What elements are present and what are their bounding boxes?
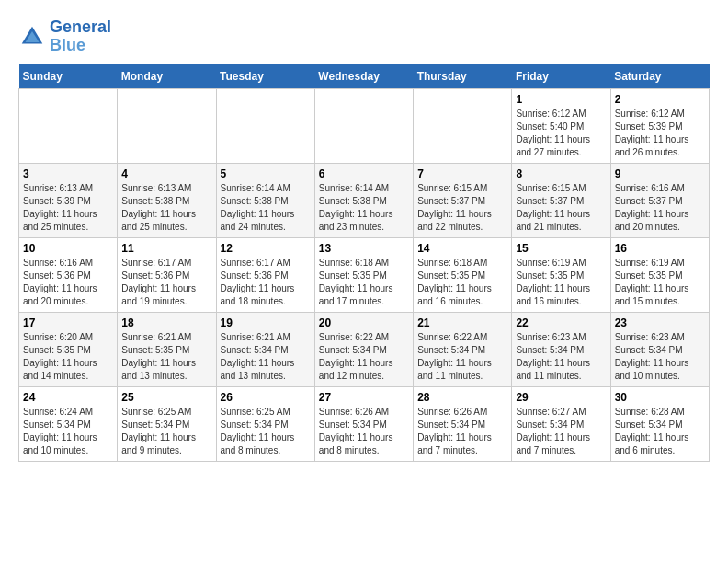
day-info: Sunrise: 6:15 AM Sunset: 5:37 PM Dayligh… (516, 182, 606, 234)
calendar-cell: 2Sunrise: 6:12 AM Sunset: 5:39 PM Daylig… (610, 88, 709, 163)
day-info: Sunrise: 6:22 AM Sunset: 5:34 PM Dayligh… (417, 331, 507, 383)
logo: General Blue (18, 18, 111, 55)
day-number: 1 (516, 93, 606, 106)
day-info: Sunrise: 6:17 AM Sunset: 5:36 PM Dayligh… (121, 257, 211, 308)
calendar-cell: 18Sunrise: 6:21 AM Sunset: 5:35 PM Dayli… (118, 312, 216, 386)
day-number: 28 (417, 391, 507, 404)
calendar-week-4: 17Sunrise: 6:20 AM Sunset: 5:35 PM Dayli… (19, 312, 710, 386)
calendar-cell: 26Sunrise: 6:25 AM Sunset: 5:34 PM Dayli… (216, 386, 314, 461)
calendar-cell: 11Sunrise: 6:17 AM Sunset: 5:36 PM Dayli… (118, 237, 216, 312)
logo-text: General Blue (50, 18, 111, 55)
day-number: 13 (319, 242, 409, 255)
day-info: Sunrise: 6:19 AM Sunset: 5:35 PM Dayligh… (615, 257, 705, 308)
calendar-week-1: 1Sunrise: 6:12 AM Sunset: 5:40 PM Daylig… (19, 88, 710, 163)
day-number: 15 (516, 242, 606, 255)
day-info: Sunrise: 6:25 AM Sunset: 5:34 PM Dayligh… (121, 406, 211, 457)
calendar-cell: 20Sunrise: 6:22 AM Sunset: 5:34 PM Dayli… (314, 312, 413, 386)
day-info: Sunrise: 6:28 AM Sunset: 5:34 PM Dayligh… (615, 406, 705, 457)
day-info: Sunrise: 6:27 AM Sunset: 5:34 PM Dayligh… (516, 406, 606, 457)
calendar-cell: 3Sunrise: 6:13 AM Sunset: 5:39 PM Daylig… (19, 163, 118, 237)
day-info: Sunrise: 6:16 AM Sunset: 5:36 PM Dayligh… (23, 257, 113, 308)
weekday-header-friday: Friday (512, 64, 610, 89)
weekday-header-saturday: Saturday (610, 64, 709, 89)
day-info: Sunrise: 6:22 AM Sunset: 5:34 PM Dayligh… (319, 331, 409, 383)
day-info: Sunrise: 6:15 AM Sunset: 5:37 PM Dayligh… (417, 182, 507, 234)
day-number: 6 (319, 167, 409, 180)
day-number: 7 (417, 167, 507, 180)
calendar-cell: 16Sunrise: 6:19 AM Sunset: 5:35 PM Dayli… (610, 237, 709, 312)
day-number: 17 (23, 316, 113, 329)
day-info: Sunrise: 6:13 AM Sunset: 5:39 PM Dayligh… (23, 182, 113, 234)
day-number: 18 (121, 316, 211, 329)
day-info: Sunrise: 6:21 AM Sunset: 5:35 PM Dayligh… (121, 331, 211, 383)
day-info: Sunrise: 6:18 AM Sunset: 5:35 PM Dayligh… (417, 257, 507, 308)
day-number: 4 (121, 167, 211, 180)
calendar-cell (414, 88, 512, 163)
calendar-cell (19, 88, 118, 163)
calendar-cell: 13Sunrise: 6:18 AM Sunset: 5:35 PM Dayli… (314, 237, 413, 312)
day-info: Sunrise: 6:12 AM Sunset: 5:39 PM Dayligh… (615, 108, 705, 159)
day-number: 16 (615, 242, 705, 255)
day-number: 19 (221, 316, 311, 329)
day-info: Sunrise: 6:26 AM Sunset: 5:34 PM Dayligh… (417, 406, 507, 457)
calendar-cell: 15Sunrise: 6:19 AM Sunset: 5:35 PM Dayli… (512, 237, 610, 312)
day-number: 29 (516, 391, 606, 404)
day-number: 21 (417, 316, 507, 329)
day-number: 25 (121, 391, 211, 404)
calendar-cell: 30Sunrise: 6:28 AM Sunset: 5:34 PM Dayli… (610, 386, 709, 461)
calendar-cell: 21Sunrise: 6:22 AM Sunset: 5:34 PM Dayli… (414, 312, 512, 386)
day-info: Sunrise: 6:17 AM Sunset: 5:36 PM Dayligh… (221, 257, 311, 308)
day-info: Sunrise: 6:16 AM Sunset: 5:37 PM Dayligh… (615, 182, 705, 234)
calendar-cell: 1Sunrise: 6:12 AM Sunset: 5:40 PM Daylig… (512, 88, 610, 163)
day-number: 23 (615, 316, 705, 329)
calendar-cell: 17Sunrise: 6:20 AM Sunset: 5:35 PM Dayli… (19, 312, 118, 386)
calendar-cell: 29Sunrise: 6:27 AM Sunset: 5:34 PM Dayli… (512, 386, 610, 461)
day-info: Sunrise: 6:23 AM Sunset: 5:34 PM Dayligh… (516, 331, 606, 383)
calendar-week-5: 24Sunrise: 6:24 AM Sunset: 5:34 PM Dayli… (19, 386, 710, 461)
weekday-header-wednesday: Wednesday (314, 64, 413, 89)
calendar-cell: 9Sunrise: 6:16 AM Sunset: 5:37 PM Daylig… (610, 163, 709, 237)
calendar-cell: 8Sunrise: 6:15 AM Sunset: 5:37 PM Daylig… (512, 163, 610, 237)
calendar-cell: 23Sunrise: 6:23 AM Sunset: 5:34 PM Dayli… (610, 312, 709, 386)
calendar-table: SundayMondayTuesdayWednesdayThursdayFrid… (18, 64, 710, 462)
weekday-header-tuesday: Tuesday (216, 64, 314, 89)
calendar-cell: 4Sunrise: 6:13 AM Sunset: 5:38 PM Daylig… (118, 163, 216, 237)
calendar-cell: 7Sunrise: 6:15 AM Sunset: 5:37 PM Daylig… (414, 163, 512, 237)
calendar-cell: 19Sunrise: 6:21 AM Sunset: 5:34 PM Dayli… (216, 312, 314, 386)
day-info: Sunrise: 6:12 AM Sunset: 5:40 PM Dayligh… (516, 108, 606, 159)
day-number: 5 (221, 167, 311, 180)
day-info: Sunrise: 6:24 AM Sunset: 5:34 PM Dayligh… (23, 406, 113, 457)
day-number: 3 (23, 167, 113, 180)
day-number: 14 (417, 242, 507, 255)
calendar-cell: 14Sunrise: 6:18 AM Sunset: 5:35 PM Dayli… (414, 237, 512, 312)
calendar-week-3: 10Sunrise: 6:16 AM Sunset: 5:36 PM Dayli… (19, 237, 710, 312)
day-info: Sunrise: 6:18 AM Sunset: 5:35 PM Dayligh… (319, 257, 409, 308)
calendar-cell: 24Sunrise: 6:24 AM Sunset: 5:34 PM Dayli… (19, 386, 118, 461)
day-number: 9 (615, 167, 705, 180)
day-number: 11 (121, 242, 211, 255)
weekday-header-monday: Monday (118, 64, 216, 89)
calendar-week-2: 3Sunrise: 6:13 AM Sunset: 5:39 PM Daylig… (19, 163, 710, 237)
day-info: Sunrise: 6:13 AM Sunset: 5:38 PM Dayligh… (121, 182, 211, 234)
day-number: 2 (615, 93, 705, 106)
calendar-cell (314, 88, 413, 163)
calendar-cell: 27Sunrise: 6:26 AM Sunset: 5:34 PM Dayli… (314, 386, 413, 461)
calendar-cell (216, 88, 314, 163)
day-number: 27 (319, 391, 409, 404)
calendar-cell: 6Sunrise: 6:14 AM Sunset: 5:38 PM Daylig… (314, 163, 413, 237)
day-number: 22 (516, 316, 606, 329)
day-info: Sunrise: 6:26 AM Sunset: 5:34 PM Dayligh… (319, 406, 409, 457)
day-info: Sunrise: 6:19 AM Sunset: 5:35 PM Dayligh… (516, 257, 606, 308)
day-info: Sunrise: 6:14 AM Sunset: 5:38 PM Dayligh… (319, 182, 409, 234)
logo-icon (18, 23, 46, 51)
day-info: Sunrise: 6:20 AM Sunset: 5:35 PM Dayligh… (23, 331, 113, 383)
weekday-header-thursday: Thursday (414, 64, 512, 89)
day-number: 12 (221, 242, 311, 255)
calendar-cell: 22Sunrise: 6:23 AM Sunset: 5:34 PM Dayli… (512, 312, 610, 386)
calendar-cell: 10Sunrise: 6:16 AM Sunset: 5:36 PM Dayli… (19, 237, 118, 312)
day-info: Sunrise: 6:21 AM Sunset: 5:34 PM Dayligh… (221, 331, 311, 383)
calendar-cell: 12Sunrise: 6:17 AM Sunset: 5:36 PM Dayli… (216, 237, 314, 312)
day-info: Sunrise: 6:23 AM Sunset: 5:34 PM Dayligh… (615, 331, 705, 383)
day-number: 24 (23, 391, 113, 404)
day-info: Sunrise: 6:25 AM Sunset: 5:34 PM Dayligh… (221, 406, 311, 457)
